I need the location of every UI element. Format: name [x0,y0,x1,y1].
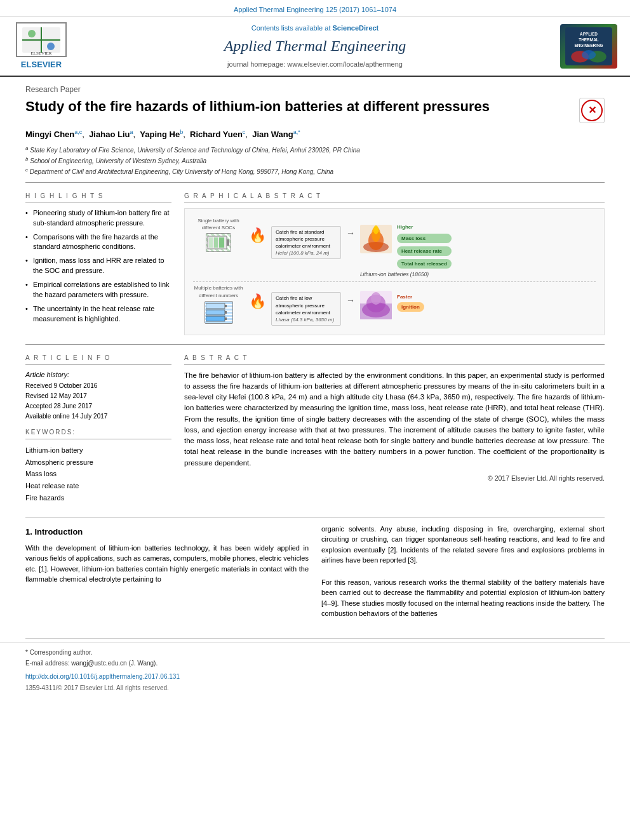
result-mass-loss: Mass loss [397,234,452,243]
keywords-list: Lithium-ion battery Atmospheric pressure… [25,444,171,503]
received-date: Received 9 October 2016 [25,381,171,391]
keyword-4: Heat release rate [25,480,171,492]
footnote-area: * Corresponding author. E-mail address: … [0,643,630,668]
journal-ref: Applied Thermal Engineering 125 (2017) 1… [234,6,396,13]
journal-logo-right: APPLIED THERMAL ENGINEERING [560,24,617,69]
ga-single-label: Single battery with different SOCs [193,217,244,231]
svg-rect-27 [206,316,225,321]
graphical-abstract-heading: G R A P H I C A L A B S T R A C T [184,192,605,203]
accepted-date: Accepted 28 June 2017 [25,401,171,411]
highlight-5: The uncertainty in the heat release rate… [25,304,171,324]
intro-para1: With the development of lithium-ion batt… [25,543,309,585]
svg-text:ENGINEERING: ENGINEERING [574,44,603,48]
intro-heading: 1. Introduction [25,526,309,538]
abstract-heading: A B S T R A C T [184,354,605,365]
author-jiahao: Jiahao Liu [89,130,130,140]
svg-point-24 [373,225,379,234]
ga-desc-bottom: Catch fire at low atmospheric pressure c… [271,292,341,326]
article-history: Article history: Received 9 October 2016… [25,370,171,422]
highlight-3: Ignition, mass loss and HRR are related … [25,256,171,276]
history-label: Article history: [25,370,171,380]
doi-link[interactable]: http://dx.doi.org/10.1016/j.applthermale… [25,673,180,680]
keyword-5: Fire hazards [25,492,171,504]
ga-multi-label: Multiple batteries with different number… [193,284,244,298]
paper-type-label: Research Paper [25,84,605,95]
crossmark-badge: ✕ [579,98,605,123]
ga-flame-bottom: 🔥 [249,295,266,309]
svg-rect-16 [227,239,229,246]
svg-rect-26 [206,310,225,315]
svg-point-35 [371,292,381,305]
abstract-column: A B S T R A C T The fire behavior of lit… [184,354,605,504]
intro-col-left: 1. Introduction With the development of … [25,524,309,619]
intro-col-right: organic solvents. Any abuse, including d… [321,524,605,619]
paper-section: Research Paper Study of the fire hazards… [0,77,630,177]
body-divider [25,517,605,517]
svg-text:APPLIED: APPLIED [580,32,598,36]
svg-rect-25 [206,303,225,309]
svg-text:THERMAL: THERMAL [579,37,599,42]
affiliation-a: a State Key Laboratory of Fire Science, … [25,145,605,155]
result-hrr: Heat release rate [397,246,452,256]
result-ignition: Ignition [397,302,424,312]
highlight-1: Pioneering study of lithium-ion battery … [25,208,171,229]
ga-arrow-top: → [346,227,355,240]
paper-title-row: Study of the fire hazards of lithium-ion… [25,98,605,123]
svg-point-4 [47,43,55,50]
footnote-divider [25,638,605,639]
svg-rect-29 [225,311,227,314]
ga-multi-battery [204,301,233,324]
keyword-3: Mass loss [25,468,171,480]
abstract-copyright: © 2017 Elsevier Ltd. All rights reserved… [184,474,605,483]
affiliations: a State Key Laboratory of Fire Science, … [25,145,605,177]
keywords-section: Keywords: Lithium-ion battery Atmospheri… [25,428,171,503]
svg-rect-28 [225,305,227,307]
ga-separator [193,281,596,282]
ga-center-label: Lithium-ion batteries (18650) [193,271,596,279]
revised-date: Revised 12 May 2017 [25,391,171,401]
journal-header-bar: Applied Thermal Engineering 125 (2017) 1… [0,0,630,17]
highlight-2: Comparisons with the fire hazards at the… [25,232,171,253]
article-info-column: A R T I C L E I N F O Article history: R… [25,354,171,504]
available-date: Available online 14 July 2017 [25,411,171,422]
footnote-email: E-mail address: wangj@ustc.edu.cn (J. Wa… [25,659,605,668]
intro-para3: For this reason, various research works … [321,577,605,619]
svg-rect-17 [209,237,213,248]
svg-rect-18 [214,237,218,248]
author-jian: Jian Wang [252,130,293,140]
svg-rect-30 [225,317,227,320]
highlight-4: Empirical correlations are established t… [25,280,171,300]
sciencedirect-label: Contents lists available at ScienceDirec… [83,23,547,33]
ga-arrow-bottom: → [346,295,355,307]
ga-results-top: Higher Mass loss Heat release rate Total… [397,217,452,269]
svg-rect-19 [219,237,224,248]
elsevier-logo: ELSEVIER ELSEVIER [13,22,70,70]
svg-point-12 [582,50,596,60]
svg-text:✕: ✕ [588,105,596,116]
issn-line: 1359-4311/© 2017 Elsevier Ltd. All right… [0,684,630,698]
journal-homepage: journal homepage: www.elsevier.com/locat… [83,60,547,69]
elsevier-logo-box: ELSEVIER [16,22,67,57]
affiliation-b: b School of Engineering, University of W… [25,156,605,166]
article-info-heading: A R T I C L E I N F O [25,354,171,365]
doi-area[interactable]: http://dx.doi.org/10.1016/j.applthermale… [0,670,630,684]
ga-results-bottom: Faster Ignition [397,284,424,311]
info-abstract-row: A R T I C L E I N F O Article history: R… [0,347,630,510]
highlights-column: H I G H L I G H T S Pioneering study of … [25,192,171,335]
paper-title: Study of the fire hazards of lithium-ion… [25,98,573,116]
author-mingyi: Mingyi Chen [25,130,74,140]
section-divider-2 [25,344,605,345]
graphical-abstract-column: G R A P H I C A L A B S T R A C T Single… [184,192,605,335]
authors-line: Mingyi Chena,c, Jiahao Liua, Yaping Heb,… [25,128,605,141]
highlights-list: Pioneering study of lithium-ion battery … [25,208,171,324]
keywords-heading: Keywords: [25,428,171,439]
header-center: Contents lists available at ScienceDirec… [70,23,560,69]
intro-para2: organic solvents. Any abuse, including d… [321,524,605,566]
journal-header: ELSEVIER ELSEVIER Contents lists availab… [0,17,630,77]
result-thr: Total heat released [397,259,452,269]
ga-single-battery [206,233,231,252]
graphical-abstract-box: Single battery with different SOCs [184,208,605,335]
highlights-heading: H I G H L I G H T S [25,192,171,203]
introduction-section: 1. Introduction With the development of … [0,524,630,619]
svg-text:ELSEVIER: ELSEVIER [30,51,51,56]
